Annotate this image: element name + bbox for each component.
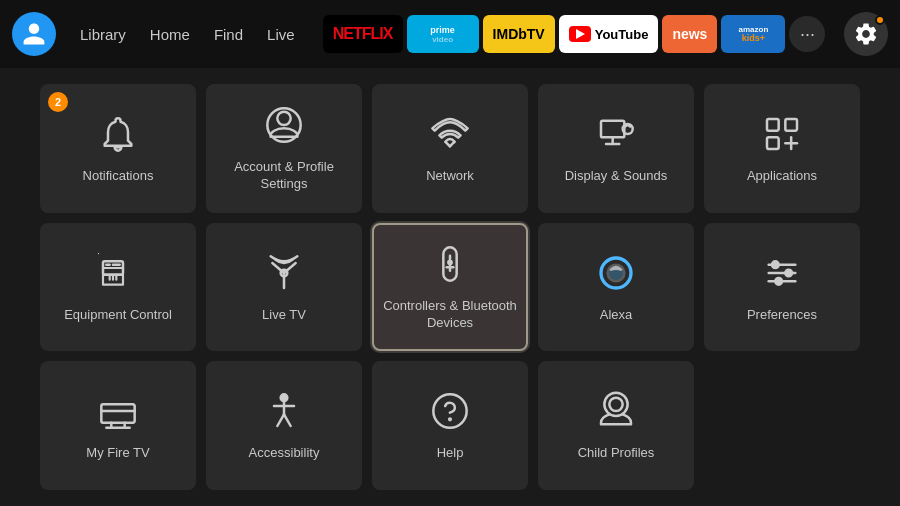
youtube-icon: [569, 26, 591, 42]
equipment-control-label: Equipment Control: [64, 307, 172, 324]
grid-item-display-sounds[interactable]: Display & Sounds: [538, 84, 694, 213]
help-circle-icon: [426, 387, 474, 435]
grid-item-my-fire-tv[interactable]: My Fire TV: [40, 361, 196, 490]
antenna-icon: [260, 249, 308, 297]
svg-line-41: [284, 415, 291, 427]
grid-item-controllers-bluetooth[interactable]: Controllers & Bluetooth Devices: [372, 223, 528, 352]
child-profile-icon: [592, 387, 640, 435]
svg-point-30: [785, 269, 792, 276]
nav-home[interactable]: Home: [140, 20, 200, 49]
nav-find[interactable]: Find: [204, 20, 253, 49]
monitor-speaker-icon: [592, 110, 640, 158]
remote-icon: [426, 240, 474, 288]
settings-grid: 2 Notifications Account & Profile Settin…: [0, 68, 900, 506]
grid-item-help[interactable]: Help: [372, 361, 528, 490]
settings-button[interactable]: [844, 12, 888, 56]
grid-item-live-tv[interactable]: Live TV: [206, 223, 362, 352]
grid-item-equipment-control[interactable]: Equipment Control: [40, 223, 196, 352]
alexa-ring-icon: [592, 249, 640, 297]
live-tv-label: Live TV: [262, 307, 306, 324]
app-prime[interactable]: prime video: [407, 15, 479, 53]
grid-item-network[interactable]: Network: [372, 84, 528, 213]
settings-notification-dot: [875, 15, 885, 25]
wifi-icon: [426, 110, 474, 158]
grid-item-account-profile[interactable]: Account & Profile Settings: [206, 84, 362, 213]
display-sounds-label: Display & Sounds: [565, 168, 668, 185]
preferences-label: Preferences: [747, 307, 817, 324]
grid-item-accessibility[interactable]: Accessibility: [206, 361, 362, 490]
app-youtube[interactable]: YouTube: [559, 15, 659, 53]
svg-point-31: [775, 278, 782, 285]
nav-apps: NETFLIX prime video IMDbTV YouTube news …: [323, 15, 834, 53]
notifications-label: Notifications: [83, 168, 154, 185]
svg-point-42: [433, 395, 466, 428]
notifications-badge: 2: [48, 92, 68, 112]
app-imdb[interactable]: IMDbTV: [483, 15, 555, 53]
sliders-icon: [758, 249, 806, 297]
svg-point-45: [604, 393, 627, 416]
svg-point-44: [609, 398, 622, 411]
svg-rect-8: [767, 137, 779, 149]
nav-library[interactable]: Library: [70, 20, 136, 49]
more-apps-button[interactable]: ···: [789, 16, 825, 52]
app-news[interactable]: news: [662, 15, 717, 53]
my-fire-tv-label: My Fire TV: [86, 445, 149, 462]
app-netflix[interactable]: NETFLIX: [323, 15, 403, 53]
alexa-label: Alexa: [600, 307, 633, 324]
svg-point-43: [449, 419, 451, 421]
fire-tv-icon: [94, 387, 142, 435]
accessibility-label: Accessibility: [249, 445, 320, 462]
svg-rect-6: [767, 119, 779, 131]
accessibility-icon: [260, 387, 308, 435]
nav-live[interactable]: Live: [257, 20, 305, 49]
navbar: Library Home Find Live NETFLIX prime vid…: [0, 0, 900, 68]
nav-links: Library Home Find Live: [70, 20, 305, 49]
grid-item-empty: [704, 361, 860, 490]
user-circle-icon: [260, 101, 308, 149]
controllers-bluetooth-label: Controllers & Bluetooth Devices: [382, 298, 518, 332]
avatar[interactable]: [12, 12, 56, 56]
svg-line-40: [277, 415, 284, 427]
network-label: Network: [426, 168, 474, 185]
grid-item-applications[interactable]: Applications: [704, 84, 860, 213]
grid-apps-icon: [758, 110, 806, 158]
svg-rect-2: [601, 121, 624, 138]
account-profile-label: Account & Profile Settings: [214, 159, 354, 193]
svg-point-29: [772, 261, 779, 268]
grid-item-alexa[interactable]: Alexa: [538, 223, 694, 352]
grid-item-preferences[interactable]: Preferences: [704, 223, 860, 352]
tv-remote-icon: [94, 249, 142, 297]
child-profiles-label: Child Profiles: [578, 445, 655, 462]
svg-rect-32: [101, 405, 134, 423]
app-kids[interactable]: amazon kids+: [721, 15, 785, 53]
svg-point-0: [277, 112, 290, 125]
bell-icon: [94, 110, 142, 158]
grid-item-notifications[interactable]: 2 Notifications: [40, 84, 196, 213]
applications-label: Applications: [747, 168, 817, 185]
grid-item-child-profiles[interactable]: Child Profiles: [538, 361, 694, 490]
svg-rect-7: [785, 119, 797, 131]
help-label: Help: [437, 445, 464, 462]
